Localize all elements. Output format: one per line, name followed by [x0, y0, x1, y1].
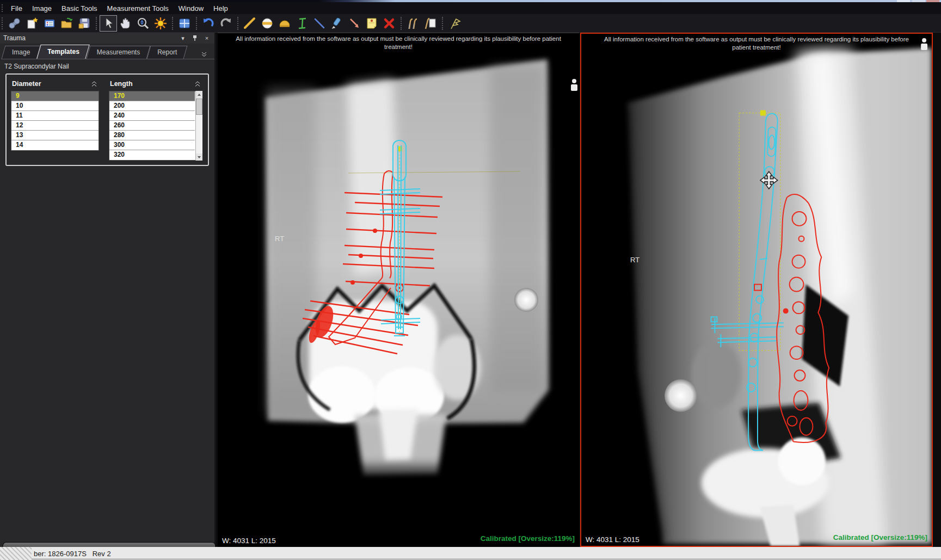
- main-toolbar: [0, 14, 941, 33]
- scroll-down-icon[interactable]: [196, 153, 202, 161]
- zoom-magnifier-icon[interactable]: [134, 15, 152, 32]
- toolbar-separator: [442, 17, 443, 30]
- menubar-grip[interactable]: [2, 4, 3, 12]
- clinical-warning: All information received from the softwa…: [234, 35, 563, 51]
- templates-tab-page: T2 Supracondylar Nail Diameter 9 10 11 1…: [1, 59, 214, 521]
- delete-measurement-icon[interactable]: [380, 15, 398, 32]
- xray-image[interactable]: [603, 48, 932, 546]
- nail-report-icon[interactable]: [422, 15, 439, 32]
- sort-icon: [91, 81, 97, 87]
- window-level-label: W: 4031 L: 2015: [586, 536, 639, 544]
- scrollbar-thumb[interactable]: [196, 99, 202, 115]
- panel-menu-icon[interactable]: ▾: [179, 34, 187, 42]
- toolbar-separator: [401, 17, 402, 30]
- worklist-grid-icon[interactable]: [41, 15, 58, 32]
- list-item[interactable]: 9: [11, 91, 99, 101]
- ruler-line-icon[interactable]: [241, 15, 259, 32]
- list-item[interactable]: 280: [109, 131, 195, 140]
- query-retrieve-icon[interactable]: [6, 15, 23, 32]
- list-item[interactable]: 170: [109, 91, 195, 101]
- list-item[interactable]: 200: [109, 101, 195, 111]
- panel-title: Trauma: [3, 34, 26, 42]
- tab-measurements[interactable]: Measurements: [88, 46, 149, 59]
- menu-basic-tools[interactable]: Basic Tools: [57, 3, 102, 14]
- arrow-annotation-icon[interactable]: [346, 15, 363, 32]
- measure-line-icon[interactable]: [311, 15, 328, 32]
- interval-caliper-icon[interactable]: [293, 15, 311, 32]
- layout-grid-icon[interactable]: [176, 15, 193, 32]
- list-item[interactable]: 10: [11, 101, 99, 111]
- text-note-icon[interactable]: [363, 15, 380, 32]
- tab-overflow-icon[interactable]: [199, 49, 209, 59]
- pan-hand-icon[interactable]: [117, 15, 134, 32]
- menu-measurement-tools[interactable]: Measurement Tools: [102, 3, 174, 14]
- diameter-header[interactable]: Diameter: [11, 77, 99, 91]
- orientation-marker-icon: [571, 79, 577, 91]
- window-level-label: W: 4031 L: 2015: [222, 537, 276, 545]
- list-item[interactable]: 14: [11, 140, 99, 150]
- status-bar: ber: 1826-0917S Rev 2: [0, 547, 941, 560]
- panel-close-icon[interactable]: ×: [202, 34, 211, 42]
- protractor-angle-icon[interactable]: [276, 15, 293, 32]
- length-scrollbar[interactable]: [195, 91, 202, 161]
- calibration-label: Calibrated [Oversize:119%]: [481, 534, 575, 543]
- calibration-ball[interactable]: [514, 288, 538, 312]
- trauma-panel: Trauma ▾ × Image Templates Measurements …: [0, 33, 216, 547]
- open-folder-icon[interactable]: [58, 15, 76, 32]
- xray-image[interactable]: [266, 59, 549, 531]
- list-item[interactable]: 11: [11, 111, 99, 121]
- tab-image[interactable]: Image: [3, 46, 39, 59]
- selection-handle[interactable]: [760, 110, 766, 116]
- pointer-select-icon[interactable]: [100, 15, 117, 32]
- list-item[interactable]: 300: [109, 140, 195, 150]
- status-grip-hatch: [0, 547, 32, 560]
- menu-file[interactable]: File: [6, 3, 27, 14]
- list-item[interactable]: 12: [11, 121, 99, 131]
- clinical-warning: All information received from the softwa…: [598, 35, 915, 52]
- toolbar-separator: [196, 17, 197, 30]
- trauma-nail-icon[interactable]: [404, 15, 422, 32]
- list-item[interactable]: 260: [109, 121, 195, 131]
- orientation-marker-icon: [921, 38, 927, 50]
- template-size-groupbox: Diameter 9 10 11 12 13 14 Length: [5, 73, 209, 166]
- save-study-icon[interactable]: [76, 15, 93, 32]
- status-text: ber: 1826-0917S Rev 2: [34, 550, 111, 558]
- application-window: File Image Basic Tools Measurement Tools…: [0, 0, 941, 560]
- orientation-label: RT: [630, 256, 639, 264]
- sort-icon: [195, 81, 200, 87]
- toolbar-separator: [96, 17, 97, 30]
- pin-icon[interactable]: [190, 34, 199, 42]
- calibration-ball[interactable]: [665, 379, 697, 412]
- length-header[interactable]: Length: [109, 77, 202, 91]
- viewport-lateral[interactable]: All information received from the softwa…: [580, 33, 933, 547]
- circumference-icon[interactable]: [259, 15, 276, 32]
- redo-icon[interactable]: [217, 15, 235, 32]
- toolbar-grip[interactable]: [2, 17, 3, 29]
- tab-templates[interactable]: Templates: [39, 45, 88, 59]
- menu-image[interactable]: Image: [27, 3, 57, 14]
- panel-header: Trauma ▾ ×: [0, 33, 214, 44]
- list-item[interactable]: 320: [109, 150, 195, 160]
- menu-help[interactable]: Help: [208, 3, 233, 14]
- list-item[interactable]: 240: [109, 111, 195, 121]
- list-item[interactable]: 13: [11, 131, 99, 140]
- toolbar-separator: [237, 17, 238, 30]
- scroll-up-icon[interactable]: [196, 91, 202, 98]
- diameter-list: 9 10 11 12 13 14: [11, 91, 99, 151]
- orientation-label: RT: [275, 235, 284, 243]
- window-level-sun-icon[interactable]: [152, 15, 169, 32]
- polygon-flag-icon[interactable]: [446, 15, 463, 32]
- toolbar-separator: [172, 17, 173, 30]
- length-list: 170 200 240 260 280 300 320: [109, 91, 202, 161]
- undo-icon[interactable]: [200, 15, 217, 32]
- template-name: T2 Supracondylar Nail: [4, 63, 69, 70]
- marker-pen-icon[interactable]: [328, 15, 346, 32]
- panel-tabs: Image Templates Measurements Report: [0, 45, 214, 59]
- viewport-ap[interactable]: All information received from the softwa…: [218, 33, 579, 547]
- menu-window[interactable]: Window: [174, 3, 208, 14]
- new-study-icon[interactable]: [23, 15, 41, 32]
- tab-report[interactable]: Report: [149, 46, 186, 59]
- menu-bar: File Image Basic Tools Measurement Tools…: [0, 2, 941, 14]
- calibration-label: Calibrated [Oversize:119%]: [833, 533, 927, 541]
